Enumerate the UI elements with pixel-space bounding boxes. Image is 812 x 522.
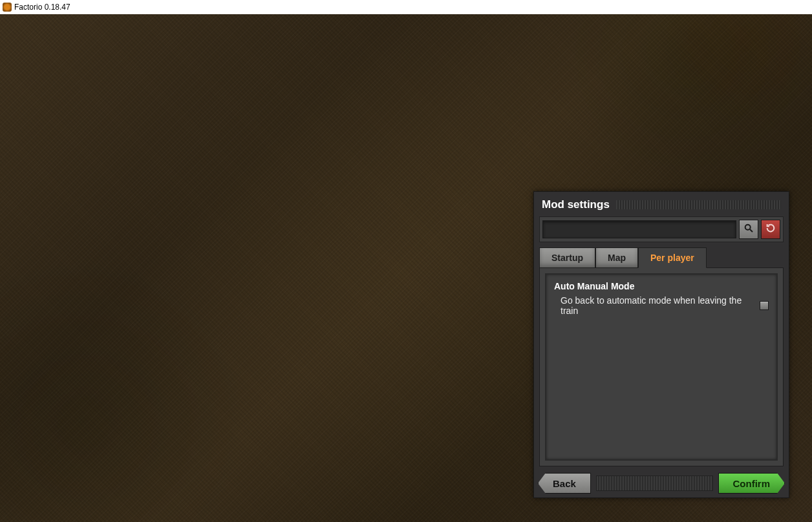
dialog-title: Mod settings [537,194,786,216]
tab-map[interactable]: Map [595,247,638,267]
svg-point-0 [745,225,751,230]
window-title: Factorio 0.18.47 [14,3,70,12]
back-button[interactable]: Back [538,473,591,494]
search-row [539,216,784,242]
confirm-button-label: Confirm [733,478,771,489]
confirm-button[interactable]: Confirm [718,473,785,494]
section-heading: Auto Manual Mode [554,281,769,291]
tab-label: Map [608,253,626,263]
search-button[interactable] [739,220,758,239]
mod-settings-dialog: Mod settings [533,191,789,498]
tab-startup[interactable]: Startup [539,247,595,267]
settings-panel: Auto Manual Mode Go back to automatic mo… [545,273,778,461]
setting-checkbox[interactable] [760,301,769,310]
tab-label: Per player [650,253,694,263]
setting-label: Go back to automatic mode when leaving t… [561,295,760,316]
back-button-label: Back [553,478,576,489]
footer-spacer [596,475,713,491]
svg-line-1 [750,229,753,232]
setting-row: Go back to automatic mode when leaving t… [554,295,769,316]
tab-content: Auto Manual Mode Go back to automatic mo… [539,267,784,466]
tab-per-player[interactable]: Per player [638,247,707,268]
dialog-footer: Back Confirm [537,472,786,495]
search-icon [743,223,754,236]
dialog-title-text: Mod settings [542,198,610,211]
tab-label: Startup [551,253,583,263]
search-input[interactable] [542,220,736,238]
reset-button[interactable] [761,220,780,239]
os-titlebar: Factorio 0.18.47 [0,0,812,14]
tabs-bar: Startup Map Per player [537,247,786,267]
reset-icon [765,223,776,236]
app-icon [3,3,12,12]
game-viewport[interactable]: Mod settings [0,14,812,522]
